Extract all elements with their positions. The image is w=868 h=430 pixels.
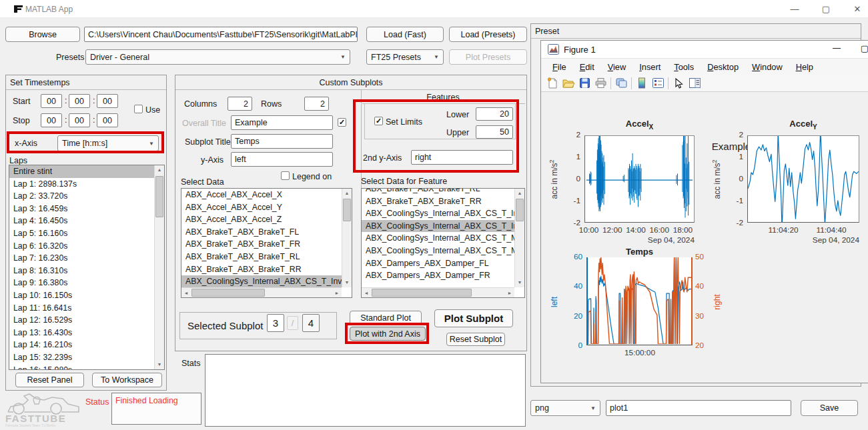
figure-menu-item[interactable]: Edit — [574, 60, 600, 74]
data-list-item[interactable]: ABX_Accel_ABX_Accel_X — [181, 189, 342, 201]
lap-list-item[interactable]: Lap 5: 16.160s — [9, 227, 154, 240]
scroll-up-icon[interactable]: ▲ — [155, 165, 164, 175]
lap-list-item[interactable]: Lap 3: 16.459s — [9, 203, 154, 215]
feature-list-item[interactable]: ABX_Dampers_ABX_Damper_FL — [362, 257, 514, 270]
start-hour-field[interactable]: 00 — [41, 94, 62, 108]
feature-list-hscrollbar[interactable]: ◄ ► — [362, 287, 514, 297]
data-list-item[interactable]: ABX_BrakeT_ABX_BrakeT_RR — [181, 263, 342, 276]
use-checkbox[interactable] — [134, 105, 143, 113]
link-plot-icon[interactable] — [613, 76, 629, 91]
scroll-right-icon[interactable]: ► — [332, 288, 342, 297]
legend-icon[interactable] — [650, 76, 666, 91]
figure-menu-item[interactable]: Insert — [633, 60, 667, 74]
browse-button[interactable]: Browse — [5, 27, 80, 42]
scroll-right-icon[interactable]: ► — [505, 288, 514, 297]
feature-data-list[interactable]: ABX_BrakeT_ABX_BrakeT_RLABX_BrakeT_ABX_B… — [361, 188, 525, 298]
lap-list-item[interactable]: Lap 4: 16.450s — [9, 215, 154, 227]
format-dropdown[interactable]: png ▼ — [530, 400, 600, 416]
feature-list-item[interactable]: ABX_Dampers_ABX_Damper_FR — [362, 269, 514, 282]
file-path-input[interactable]: C:\Users\Vincent Chau\Documents\Fasttube… — [84, 27, 358, 42]
lap-list-item[interactable]: Lap 8: 16.310s — [9, 265, 154, 277]
figure-minimize-button[interactable]: — — [828, 43, 845, 55]
rows-field[interactable]: 2 — [304, 97, 329, 111]
reset-subplot-button[interactable]: Reset Subplot — [446, 333, 505, 346]
lower-field[interactable]: 20 — [476, 107, 513, 121]
stop-minute-field[interactable]: 00 — [69, 113, 90, 127]
save-button[interactable]: Save — [801, 400, 858, 416]
subplot-number-field[interactable]: 3 — [267, 314, 284, 332]
lap-list-item[interactable]: Lap 16: 15.980s — [9, 364, 154, 371]
data-list-item[interactable]: ABX_BrakeT_ABX_BrakeT_FR — [181, 238, 342, 251]
yaxis-field[interactable]: left — [231, 152, 333, 167]
lap-list-item[interactable]: Lap 14: 16.210s — [9, 339, 154, 351]
figure-menu-item[interactable]: File — [546, 60, 572, 74]
legend-checkbox[interactable] — [281, 171, 290, 180]
plot-subplot-button[interactable]: Plot Subplot — [434, 309, 513, 327]
data-list-item[interactable]: ABX_Accel_ABX_Accel_Y — [181, 201, 342, 214]
overall-title-field[interactable]: Example — [231, 115, 333, 130]
print-icon[interactable] — [592, 76, 608, 91]
subplot-title-field[interactable]: Temps — [231, 134, 333, 149]
scroll-left-icon[interactable]: ◄ — [362, 288, 371, 297]
feature-list-item[interactable]: ABX_CoolingSys_Internal_ABX_CS_T_Inv — [362, 207, 514, 220]
feature-list-item[interactable]: ABX_CoolingSys_Internal_ABX_CS_T_Inv — [362, 220, 514, 233]
stop-hour-field[interactable]: 00 — [41, 113, 62, 127]
figure-maximize-button[interactable]: ▢ — [856, 43, 868, 55]
stop-second-field[interactable]: 00 — [97, 113, 118, 127]
maximize-button[interactable]: ▢ — [816, 3, 836, 15]
columns-field[interactable]: 2 — [228, 97, 252, 111]
load-presets-button[interactable]: Load (Presets) — [449, 27, 527, 42]
new-figure-icon[interactable] — [544, 76, 560, 91]
scroll-down-icon[interactable]: ▼ — [155, 360, 164, 369]
close-button[interactable]: ✕ — [847, 3, 867, 15]
scroll-up-icon[interactable]: ▲ — [342, 189, 352, 198]
scroll-left-icon[interactable]: ◄ — [181, 288, 191, 297]
accel-y-plot-area[interactable] — [747, 135, 859, 223]
start-minute-field[interactable]: 00 — [69, 94, 90, 108]
figure-menu-item[interactable]: Help — [790, 60, 819, 74]
feature-list-vscrollbar[interactable]: ▲ ▼ — [514, 189, 524, 287]
temps-plot-area[interactable] — [586, 257, 693, 345]
filename-input[interactable]: plot1 — [606, 400, 791, 416]
feature-list-item[interactable]: ABX_CoolingSys_Internal_ABX_CS_T_Mo — [362, 245, 514, 257]
upper-field[interactable]: 50 — [476, 125, 513, 139]
standard-plot-button[interactable]: Standard Plot — [350, 311, 422, 325]
preset-dropdown[interactable]: Driver - General ▼ — [85, 49, 350, 65]
load-fast-button[interactable]: Load (Fast) — [366, 27, 444, 42]
laps-scrollbar[interactable]: ▲ ▼ — [154, 165, 164, 369]
data-list-hscrollbar[interactable]: ◄ ► — [181, 287, 342, 297]
lap-list-item[interactable]: Lap 11: 16.641s — [9, 302, 154, 315]
lap-list-item[interactable]: Lap 7: 16.230s — [9, 252, 154, 265]
scroll-down-icon[interactable]: ▼ — [342, 278, 352, 287]
to-workspace-button[interactable]: To Workspace — [92, 373, 162, 387]
lap-list-item[interactable]: Lap 10: 16.150s — [9, 289, 154, 302]
ft25-presets-dropdown[interactable]: FT25 Presets ▼ — [366, 49, 444, 65]
feature-list-item[interactable]: ABX_BrakeT_ABX_BrakeT_RL — [362, 188, 514, 195]
property-inspector-icon[interactable] — [687, 76, 703, 91]
set-limits-checkbox[interactable]: ✓ — [374, 117, 383, 125]
figure-menu-item[interactable]: Window — [746, 60, 789, 74]
plot-presets-button[interactable]: Plot Presets — [449, 49, 527, 65]
accel-x-plot-area[interactable] — [584, 135, 695, 223]
open-file-icon[interactable] — [560, 76, 576, 91]
data-list-item[interactable]: ABX_BrakeT_ABX_BrakeT_RL — [181, 251, 342, 263]
figure-menu-item[interactable]: Tools — [668, 60, 700, 74]
plot-2nd-axis-button[interactable]: Plot with 2nd Axis — [350, 327, 426, 341]
overall-title-checkbox[interactable]: ✓ — [338, 118, 346, 127]
laps-list[interactable]: Entire stintLap 1: 2898.137sLap 2: 33.72… — [9, 165, 165, 370]
data-list-vscrollbar[interactable]: ▲ ▼ — [342, 189, 352, 287]
lap-list-item[interactable]: Lap 13: 16.430s — [9, 327, 154, 339]
lap-list-item[interactable]: Lap 2: 33.720s — [9, 190, 154, 203]
minimize-button[interactable]: — — [785, 3, 805, 15]
lap-list-item[interactable]: Lap 1: 2898.137s — [9, 178, 154, 191]
scroll-up-icon[interactable]: ▲ — [515, 189, 524, 198]
data-list-item[interactable]: ABX_BrakeT_ABX_BrakeT_FL — [181, 226, 342, 239]
lap-list-item[interactable]: Lap 12: 16.529s — [9, 314, 154, 327]
start-second-field[interactable]: 00 — [97, 94, 118, 108]
colorbar-icon[interactable] — [634, 76, 650, 91]
feature-list-item[interactable]: ABX_BrakeT_ABX_BrakeT_RR — [362, 195, 514, 208]
select-data-list[interactable]: ABX_Accel_ABX_Accel_XABX_Accel_ABX_Accel… — [181, 188, 352, 298]
save-icon[interactable] — [576, 76, 592, 91]
xaxis-dropdown[interactable]: Time [h:m:s] ▼ — [57, 135, 159, 151]
lap-list-item[interactable]: Lap 6: 16.320s — [9, 240, 154, 253]
